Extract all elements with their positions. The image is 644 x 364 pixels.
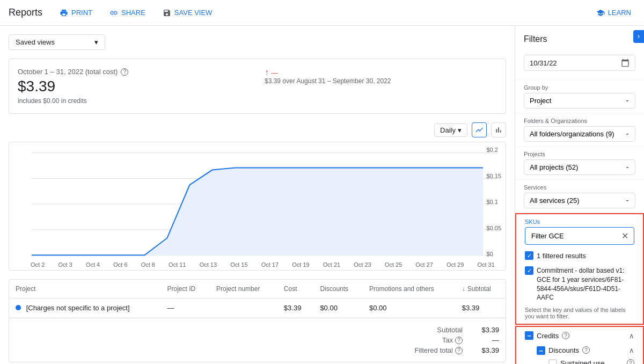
date-input[interactable]: 10/31/22 — [524, 55, 635, 71]
sku-filter-input-row: ✕ — [525, 227, 634, 245]
skus-section: SKUs ✕ 1 filtered results Commitment - d… — [515, 213, 644, 325]
learn-icon — [596, 9, 605, 17]
discounts-group: Discounts ? ∧ Sustained use discounts ? — [537, 344, 634, 364]
discounts-checkbox[interactable] — [537, 346, 545, 355]
cell-discounts: $0.00 — [313, 299, 363, 318]
cell-project-number — [210, 299, 277, 318]
cost-period: October 1 – 31, 2022 (total cost) ? — [18, 68, 128, 76]
granularity-chevron: ▾ — [458, 126, 462, 134]
sku-filter-input[interactable] — [531, 232, 621, 240]
filtered-total-help-icon[interactable]: ? — [455, 347, 463, 354]
y-axis-labels: $0.2 $0.15 $0.1 $0.05 $0 — [486, 142, 501, 270]
col-cost: Cost — [277, 280, 314, 299]
sustained-use-item: Sustained use discounts ? — [548, 357, 634, 364]
tax-help-icon[interactable]: ? — [455, 337, 463, 344]
skus-label: SKUs — [525, 219, 634, 225]
filtered-total-label: Filtered total ? — [414, 346, 463, 354]
projects-label: Projects — [524, 151, 635, 157]
sustained-use-help-icon[interactable]: ? — [627, 359, 634, 364]
subtotal-label: Subtotal — [437, 326, 463, 334]
discounts-item: Discounts ? ∧ — [537, 344, 634, 357]
col-project-number: Project number — [210, 280, 277, 299]
saved-views-chevron: ▾ — [94, 38, 98, 46]
saved-views-select[interactable]: Saved views ▾ — [9, 34, 105, 50]
col-subtotal: ↓ Subtotal — [456, 280, 506, 299]
projects-section: Projects All projects (52) — [515, 147, 644, 180]
discounts-collapse-btn[interactable]: ∧ — [629, 346, 634, 354]
folders-label: Folders & Organizations — [524, 118, 635, 124]
print-button[interactable]: PRINT — [55, 6, 97, 19]
sustained-use-checkbox[interactable] — [548, 359, 557, 364]
chart-area: $0.2 $0.15 $0.1 $0.05 $0 Oct 2 Oct 3 Oct… — [9, 142, 506, 271]
save-view-button[interactable]: SAVE VIEW — [158, 6, 217, 19]
main-layout: Saved views ▾ October 1 – 31, 2022 (tota… — [0, 26, 644, 364]
cell-project-id: — — [160, 299, 210, 318]
share-icon — [109, 9, 118, 17]
cell-promotions: $0.00 — [363, 299, 456, 318]
calendar-icon — [621, 59, 630, 67]
discounts-help-icon[interactable]: ? — [582, 346, 590, 354]
filters-title: Filters — [524, 34, 547, 44]
credits-title: Credits — [537, 332, 559, 340]
filters-sidebar: Filters 10/31/22 Group by Project Folder… — [515, 26, 644, 364]
filtered-results-checkbox[interactable] — [525, 251, 533, 260]
save-icon — [163, 9, 171, 17]
cost-comparison: $3.39 over August 31 – September 30, 202… — [265, 77, 391, 85]
page-title: Reports — [9, 7, 42, 18]
col-discounts: Discounts — [313, 280, 363, 299]
services-select[interactable]: All services (25) — [524, 193, 635, 208]
cost-chart — [9, 142, 506, 270]
filters-header: Filters — [515, 32, 644, 50]
credits-section: Credits ? ∧ Discounts ? ∧ — [515, 326, 644, 364]
trend-arrow-icon: ↑ — [265, 68, 269, 77]
group-by-section: Group by Project — [515, 80, 644, 113]
table-row: [Charges not specific to a project] — $3… — [9, 299, 506, 318]
share-button[interactable]: SHARE — [105, 6, 150, 19]
cost-table: Project Project ID Project number Cost D… — [9, 279, 506, 362]
services-label: Services — [524, 184, 635, 191]
folders-select[interactable]: All folders/organizations (9) — [524, 126, 635, 142]
chart-controls: Daily ▾ — [9, 122, 506, 137]
print-icon — [60, 9, 68, 17]
line-chart-btn[interactable] — [472, 122, 487, 137]
filtered-total-value: $3.39 — [467, 346, 499, 354]
trend-dash: — — [271, 69, 278, 77]
project-dot — [16, 305, 21, 310]
credits-help-icon[interactable]: ? — [562, 332, 569, 339]
filtered-results-row: 1 filtered results — [525, 249, 634, 264]
cost-summary-card: October 1 – 31, 2022 (total cost) ? $3.3… — [9, 59, 506, 114]
cost-credits: includes $0.00 in credits — [18, 97, 128, 105]
discount-sub-items: Sustained use discounts ? Committed use … — [548, 357, 634, 364]
sku-checkbox[interactable] — [525, 266, 533, 275]
credits-header: Credits ? ∧ — [525, 331, 634, 340]
sku-list-item: Commitment - dollar based v1: GCE for 1 … — [525, 264, 634, 304]
cost-amount: $3.39 — [18, 78, 128, 95]
cell-cost: $3.39 — [277, 299, 314, 318]
toolbar: Reports PRINT SHARE SAVE VIEW LEARN — [0, 0, 644, 26]
cell-project: [Charges not specific to a project] — [9, 299, 160, 318]
col-project-id: Project ID — [160, 280, 210, 299]
date-filter-section: 10/31/22 — [515, 50, 644, 80]
credits-collapse-btn[interactable]: ∧ — [629, 332, 634, 340]
projects-select[interactable]: All projects (52) — [524, 159, 635, 175]
tax-label: Tax ? — [442, 336, 463, 344]
granularity-select[interactable]: Daily ▾ — [434, 123, 467, 137]
table-header-row: Project Project ID Project number Cost D… — [9, 280, 506, 299]
credits-checkbox[interactable] — [525, 331, 533, 340]
col-promotions: Promotions and others — [363, 280, 456, 299]
group-by-select[interactable]: Project — [524, 93, 635, 108]
sku-filter-clear-btn[interactable]: ✕ — [621, 231, 628, 241]
cost-period-help-icon[interactable]: ? — [121, 68, 128, 76]
learn-button[interactable]: LEARN — [592, 6, 635, 19]
expand-filters-btn[interactable] — [633, 30, 644, 43]
cell-subtotal: $3.39 — [456, 299, 506, 318]
bar-chart-btn[interactable] — [491, 122, 506, 137]
group-by-label: Group by — [524, 84, 635, 91]
sort-icon: ↓ — [462, 285, 465, 293]
subtotal-value: $3.39 — [467, 326, 499, 334]
x-axis-labels: Oct 2 Oct 3 Oct 4 Oct 6 Oct 8 Oct 11 Oct… — [9, 259, 506, 270]
folders-section: Folders & Organizations All folders/orga… — [515, 113, 644, 147]
credits-title-row: Credits ? — [525, 331, 569, 340]
content-area: Saved views ▾ October 1 – 31, 2022 (tota… — [0, 26, 515, 364]
table-summary: Subtotal $3.39 Tax ? — Filtered total ? … — [9, 318, 506, 362]
